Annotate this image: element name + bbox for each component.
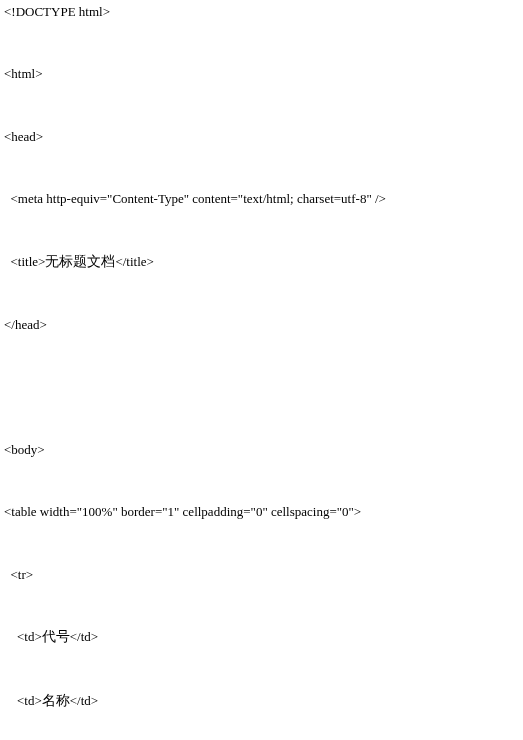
- blank-line: [4, 457, 519, 473]
- blank-line: [4, 598, 519, 614]
- blank-line: [4, 270, 519, 286]
- blank-line: [4, 379, 519, 395]
- blank-line: [4, 238, 519, 254]
- blank-line: [4, 98, 519, 114]
- blank-line: [4, 144, 519, 160]
- blank-line: [4, 661, 519, 677]
- code-line: </head>: [4, 317, 519, 333]
- blank-line: [4, 301, 519, 317]
- blank-line: [4, 582, 519, 598]
- cell-text: 名称: [42, 693, 70, 708]
- code-line: <td>名称</td>: [4, 693, 519, 710]
- blank-line: [4, 333, 519, 349]
- code-line: <body>: [4, 442, 519, 458]
- tag-close: </td>: [70, 629, 98, 644]
- blank-line: [4, 348, 519, 364]
- cell-text: 代号: [42, 629, 70, 644]
- blank-line: [4, 646, 519, 662]
- code-line: <td>代号</td>: [4, 629, 519, 646]
- tag-open: <td>: [4, 693, 42, 708]
- blank-line: [4, 222, 519, 238]
- blank-line: [4, 82, 519, 98]
- tag-close: </td>: [70, 693, 98, 708]
- tag-open: <title>: [4, 254, 45, 269]
- blank-line: [4, 520, 519, 536]
- blank-line: [4, 489, 519, 505]
- blank-line: [4, 725, 519, 740]
- code-line: <head>: [4, 129, 519, 145]
- code-line: <tr>: [4, 567, 519, 583]
- blank-line: [4, 411, 519, 427]
- blank-line: [4, 709, 519, 725]
- blank-line: [4, 535, 519, 551]
- blank-line: [4, 613, 519, 629]
- blank-line: [4, 677, 519, 693]
- code-line: <!DOCTYPE html>: [4, 4, 519, 20]
- blank-line: [4, 395, 519, 411]
- blank-line: [4, 20, 519, 36]
- code-line: <html>: [4, 66, 519, 82]
- code-line: <table width="100%" border="1" cellpaddi…: [4, 504, 519, 520]
- code-block: <!DOCTYPE html> <html> <head> <meta http…: [4, 4, 519, 740]
- blank-line: [4, 426, 519, 442]
- title-text: 无标题文档: [45, 254, 115, 269]
- blank-line: [4, 551, 519, 567]
- tag-open: <td>: [4, 629, 42, 644]
- blank-line: [4, 207, 519, 223]
- blank-line: [4, 35, 519, 51]
- blank-line: [4, 113, 519, 129]
- blank-line: [4, 286, 519, 302]
- blank-line: [4, 51, 519, 67]
- blank-line: [4, 364, 519, 380]
- blank-line: [4, 473, 519, 489]
- tag-close: </title>: [115, 254, 154, 269]
- blank-line: [4, 160, 519, 176]
- blank-line: [4, 176, 519, 192]
- code-line: <meta http-equiv="Content-Type" content=…: [4, 191, 519, 207]
- code-line: <title>无标题文档</title>: [4, 254, 519, 271]
